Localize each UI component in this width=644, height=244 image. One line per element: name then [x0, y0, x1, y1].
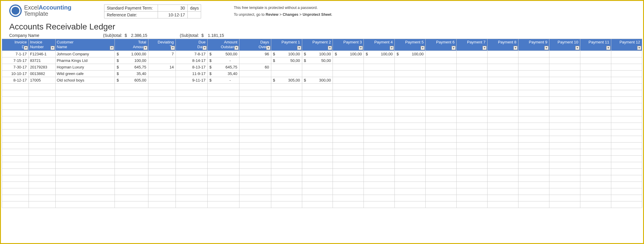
table-row-empty[interactable]	[2, 195, 642, 201]
cell-empty[interactable]	[115, 110, 148, 116]
cell-empty[interactable]	[549, 149, 580, 156]
cell-empty[interactable]	[148, 195, 176, 201]
cell-empty[interactable]	[395, 143, 426, 149]
cell-empty[interactable]	[549, 169, 580, 175]
cell-payment[interactable]	[364, 64, 395, 71]
cell-empty[interactable]	[549, 188, 580, 195]
cell-empty[interactable]	[611, 195, 642, 201]
cell-empty[interactable]	[580, 201, 611, 208]
cell-amount-outstanding[interactable]: $500,00	[208, 51, 239, 57]
cell-empty[interactable]	[395, 116, 426, 123]
table-row-empty[interactable]	[2, 136, 642, 143]
cell-empty[interactable]	[457, 116, 488, 123]
cell-empty[interactable]	[239, 149, 271, 156]
cell-empty[interactable]	[239, 90, 271, 97]
cell-amount-outstanding[interactable]: $645,75	[208, 64, 239, 71]
cell-empty[interactable]	[176, 123, 208, 129]
cell-empty[interactable]	[488, 129, 518, 136]
column-header[interactable]: Payment 2	[302, 39, 333, 51]
cell-empty[interactable]	[115, 169, 148, 175]
cell-empty[interactable]	[549, 97, 580, 103]
cell-empty[interactable]	[457, 188, 488, 195]
cell-empty[interactable]	[208, 136, 239, 143]
cell-empty[interactable]	[549, 201, 580, 208]
cell-empty[interactable]	[395, 195, 426, 201]
cell-empty[interactable]	[239, 156, 271, 162]
cell-payment[interactable]	[518, 57, 549, 64]
cell-empty[interactable]	[488, 143, 518, 149]
cell-empty[interactable]	[580, 188, 611, 195]
cell-empty[interactable]	[580, 84, 611, 90]
cell-empty[interactable]	[426, 90, 457, 97]
cell-empty[interactable]	[549, 123, 580, 129]
table-row-empty[interactable]	[2, 116, 642, 123]
table-row-empty[interactable]	[2, 97, 642, 103]
cell-empty[interactable]	[364, 103, 395, 110]
cell-empty[interactable]	[148, 97, 176, 103]
column-header[interactable]: Payment 10	[549, 39, 580, 51]
cell-empty[interactable]	[518, 143, 549, 149]
cell-empty[interactable]	[208, 123, 239, 129]
column-header[interactable]: Payment 3	[333, 39, 364, 51]
cell-empty[interactable]	[2, 84, 29, 90]
cell-empty[interactable]	[115, 149, 148, 156]
cell-empty[interactable]	[364, 149, 395, 156]
cell-empty[interactable]	[395, 156, 426, 162]
cell-empty[interactable]	[426, 201, 457, 208]
cell-empty[interactable]	[2, 162, 29, 169]
cell-empty[interactable]	[457, 143, 488, 149]
cell-empty[interactable]	[29, 156, 55, 162]
cell-empty[interactable]	[611, 156, 642, 162]
cell-empty[interactable]	[148, 84, 176, 90]
column-header[interactable]: Payment 4	[364, 39, 395, 51]
table-row-empty[interactable]	[2, 175, 642, 182]
cell-empty[interactable]	[176, 169, 208, 175]
cell-empty[interactable]	[333, 97, 364, 103]
cell-empty[interactable]	[302, 201, 333, 208]
cell-empty[interactable]	[271, 90, 302, 97]
cell-empty[interactable]	[55, 97, 115, 103]
cell-payment[interactable]	[549, 64, 580, 71]
cell-empty[interactable]	[395, 188, 426, 195]
cell-empty[interactable]	[176, 110, 208, 116]
cell-amount-outstanding[interactable]: $35,40	[208, 71, 239, 77]
cell-payment[interactable]	[549, 57, 580, 64]
cell-payment[interactable]	[395, 77, 426, 84]
cell-empty[interactable]	[271, 188, 302, 195]
filter-dropdown-icon[interactable]	[575, 46, 579, 50]
filter-dropdown-icon[interactable]	[544, 46, 549, 50]
cell-empty[interactable]	[549, 136, 580, 143]
cell-empty[interactable]	[488, 156, 518, 162]
cell-empty[interactable]	[148, 136, 176, 143]
cell-empty[interactable]	[29, 103, 55, 110]
cell-payment[interactable]	[457, 51, 488, 57]
filter-dropdown-icon[interactable]	[234, 46, 239, 50]
cell-empty[interactable]	[29, 143, 55, 149]
cell-empty[interactable]	[176, 188, 208, 195]
cell-payment[interactable]: $100,00	[333, 51, 364, 57]
cell-empty[interactable]	[115, 195, 148, 201]
cell-empty[interactable]	[333, 156, 364, 162]
cell-payment[interactable]	[271, 71, 302, 77]
filter-dropdown-icon[interactable]	[51, 46, 55, 50]
cell-empty[interactable]	[364, 97, 395, 103]
cell-empty[interactable]	[208, 116, 239, 123]
cell-payment[interactable]	[488, 64, 518, 71]
cell-payment[interactable]	[395, 57, 426, 64]
cell-empty[interactable]	[611, 188, 642, 195]
cell-empty[interactable]	[55, 201, 115, 208]
cell-empty[interactable]	[2, 123, 29, 129]
cell-empty[interactable]	[395, 175, 426, 182]
cell-empty[interactable]	[239, 201, 271, 208]
cell-empty[interactable]	[302, 116, 333, 123]
cell-empty[interactable]	[2, 110, 29, 116]
cell-total-amount[interactable]: $645,75	[115, 64, 148, 71]
cell-payment[interactable]: $100,00	[395, 51, 426, 57]
cell-empty[interactable]	[611, 169, 642, 175]
cell-empty[interactable]	[364, 201, 395, 208]
cell-empty[interactable]	[457, 123, 488, 129]
cell-empty[interactable]	[549, 84, 580, 90]
cell-empty[interactable]	[2, 149, 29, 156]
cell-empty[interactable]	[549, 182, 580, 188]
cell-empty[interactable]	[55, 90, 115, 97]
